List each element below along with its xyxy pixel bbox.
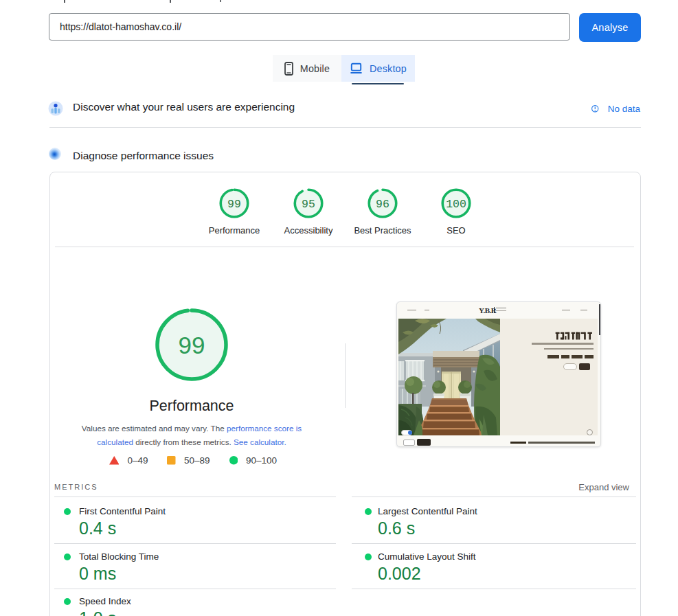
svg-text:96: 96: [376, 198, 389, 211]
svg-text:95: 95: [302, 198, 315, 211]
svg-text:99: 99: [179, 332, 205, 358]
svg-text:99: 99: [227, 198, 241, 211]
svg-text:100: 100: [446, 198, 466, 211]
